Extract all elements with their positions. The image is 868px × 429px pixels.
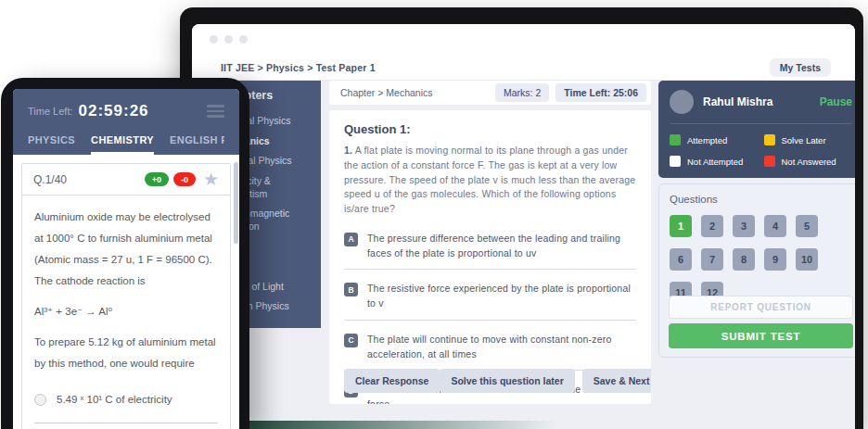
mobile-header: Time Left: 02:59:26 PHYSICSCHEMISTRYENGL… xyxy=(13,89,239,155)
question-title: Question 1: xyxy=(344,122,636,136)
legend-swatch xyxy=(764,134,775,145)
questions-panel: Questions 123456789101112 REPORT QUESTIO… xyxy=(658,183,855,358)
status-panel: Rahul Mishra Pause Attempted Solve Later xyxy=(658,81,855,358)
breadcrumb[interactable]: IIT JEE > Physics > Test Paper 1 xyxy=(221,62,376,73)
bookmark-star-icon[interactable]: ★ xyxy=(203,170,219,188)
mobile-option-text: 5.49 ˣ 10¹ C of electricity xyxy=(57,389,172,410)
legend-label: Attempted xyxy=(687,135,727,145)
breadcrumb-bar: IIT JEE > Physics > Test Paper 1 My Test… xyxy=(192,55,855,81)
question-card: Question 1: 1. A flat plate is moving no… xyxy=(329,110,651,404)
user-name: Rahul Mishra xyxy=(703,95,811,108)
mobile-question-card: Q.1/40 +0 -0 ★ Aluminium oxide may be el… xyxy=(21,163,231,429)
question-number-cell[interactable]: 10 xyxy=(796,248,818,271)
question-number-cell[interactable]: 7 xyxy=(701,248,723,271)
question-panel: Chapter > Mechanics Marks: 2 Time Left: … xyxy=(329,81,651,404)
legend-label: Solve Later xyxy=(782,135,826,145)
option-divider xyxy=(344,269,636,270)
my-tests-button[interactable]: My Tests xyxy=(770,58,831,77)
question-number-cell[interactable]: 9 xyxy=(764,248,786,271)
time-left-badge: Time Left: 25:06 xyxy=(555,83,646,102)
subject-tab[interactable]: CHEMISTRY xyxy=(91,134,154,155)
option-letter-badge: A xyxy=(344,233,358,246)
clear-response-button[interactable]: Clear Response xyxy=(344,369,440,393)
option-letter-badge: C xyxy=(344,334,358,347)
positive-marks-badge: +0 xyxy=(145,172,169,186)
phone-screen: Time Left: 02:59:26 PHYSICSCHEMISTRYENGL… xyxy=(13,89,239,429)
mobile-question-text: Aluminium oxide may be electrolysed at 1… xyxy=(34,207,218,292)
question-number-cell[interactable]: 2 xyxy=(701,215,723,237)
app-content: Chapters General Physics Mechanics Therm… xyxy=(192,81,855,429)
mobile-content: Q.1/40 +0 -0 ★ Aluminium oxide may be el… xyxy=(13,155,239,429)
legend-swatch xyxy=(764,156,775,167)
save-next-button[interactable]: Save & Next xyxy=(582,369,651,393)
mobile-answer-option[interactable]: 5.49 ˣ 10¹ C of electricity xyxy=(34,389,218,410)
user-card: Rahul Mishra Pause Attempted Solve Later xyxy=(658,81,855,178)
mobile-answer-options: 5.49 ˣ 10¹ C of electricity 5.49 ˣ 10⁴ C… xyxy=(34,389,218,429)
window-control-icon xyxy=(210,35,218,44)
question-panel-header: Chapter > Mechanics Marks: 2 Time Left: … xyxy=(329,81,651,105)
mobile-option-block: 5.49 ˣ 10¹ C of electricity xyxy=(34,389,218,423)
mobile-option-divider xyxy=(34,423,218,423)
answer-option[interactable]: A The pressure difference between the le… xyxy=(344,232,636,261)
mobile-question-header: Q.1/40 +0 -0 ★ xyxy=(22,164,230,196)
legend-swatch xyxy=(670,134,681,145)
legend-label: Not Answered xyxy=(782,157,836,167)
window-control-icon xyxy=(224,35,233,44)
option-divider xyxy=(344,320,636,321)
question-number-cell[interactable]: 8 xyxy=(733,248,755,271)
mobile-question-text-2: To prepare 5.12 kg of aluminium metal by… xyxy=(34,332,218,374)
radio-button-icon[interactable] xyxy=(34,394,46,406)
pause-button[interactable]: Pause xyxy=(820,95,852,108)
legend-item: Not Answered xyxy=(764,156,853,167)
solve-later-button[interactable]: Solve this question later xyxy=(440,369,574,393)
questions-title: Questions xyxy=(670,194,852,205)
option-text: The pressure difference between the lead… xyxy=(367,232,636,261)
test-app: IIT JEE > Physics > Test Paper 1 My Test… xyxy=(192,24,855,429)
mobile-question-body: Aluminium oxide may be electrolysed at 1… xyxy=(22,196,230,429)
mobile-timer: 02:59:26 xyxy=(79,102,208,120)
stage: IIT JEE > Physics > Test Paper 1 My Test… xyxy=(0,0,868,429)
mobile-time-left-label: Time Left: xyxy=(28,106,73,117)
negative-marks-badge: -0 xyxy=(173,172,196,186)
answer-option-block: C The plate will continue to move with c… xyxy=(344,333,636,372)
legend-item: Attempted xyxy=(670,134,759,145)
submit-test-button[interactable]: SUBMIT TEST xyxy=(669,323,853,348)
answer-option-block: A The pressure difference between the le… xyxy=(344,232,636,271)
subject-tab[interactable]: PHYSICS xyxy=(28,134,75,155)
option-letter-badge: B xyxy=(344,283,358,297)
marks-badge: Marks: 2 xyxy=(495,83,549,102)
option-text: The resistive force experienced by the p… xyxy=(367,282,636,311)
answer-option[interactable]: C The plate will continue to move with c… xyxy=(344,333,636,362)
question-number-cell[interactable]: 6 xyxy=(670,248,692,271)
status-legend: Attempted Solve Later Not Attempted No xyxy=(670,134,852,167)
menu-icon[interactable] xyxy=(207,102,224,120)
window-titlebar xyxy=(192,24,855,55)
question-number-cell[interactable]: 3 xyxy=(733,215,755,237)
report-question-button[interactable]: REPORT QUESTION xyxy=(669,296,853,319)
avatar xyxy=(670,90,694,114)
chapter-breadcrumb: Chapter > Mechanics xyxy=(340,87,489,98)
question-counter: Q.1/40 xyxy=(33,173,140,186)
phone-mockup: Time Left: 02:59:26 PHYSICSCHEMISTRYENGL… xyxy=(1,78,249,429)
question-number-cell[interactable]: 4 xyxy=(764,215,786,237)
legend-item: Not Attempted xyxy=(670,156,759,167)
legend-swatch xyxy=(670,156,681,167)
desktop-window: IIT JEE > Physics > Test Paper 1 My Test… xyxy=(180,7,863,429)
question-number: 1. xyxy=(344,145,352,156)
scrollbar[interactable] xyxy=(234,162,238,244)
answer-option-block: B The resistive force experienced by the… xyxy=(344,282,636,321)
subject-tab[interactable]: ENGLISH PROFICIENCY xyxy=(170,134,224,155)
question-number-grid: 123456789101112 xyxy=(670,215,852,304)
question-text: 1. A flat plate is moving normal to its … xyxy=(344,144,636,217)
subject-tabs: PHYSICSCHEMISTRYENGLISH PROFICIENCY xyxy=(28,134,224,155)
question-number-cell[interactable]: 1 xyxy=(670,215,692,237)
answer-option[interactable]: B The resistive force experienced by the… xyxy=(344,282,636,311)
question-number-cell[interactable]: 5 xyxy=(796,215,818,237)
legend-item: Solve Later xyxy=(764,134,853,145)
legend-label: Not Attempted xyxy=(687,157,743,167)
chemical-equation: Al³⁺ + 3e⁻ → Al⁰ xyxy=(34,301,218,322)
window-control-icon xyxy=(239,35,248,44)
option-text: The plate will continue to move with con… xyxy=(367,333,636,362)
question-footer: Clear Response Solve this question later… xyxy=(344,369,636,393)
